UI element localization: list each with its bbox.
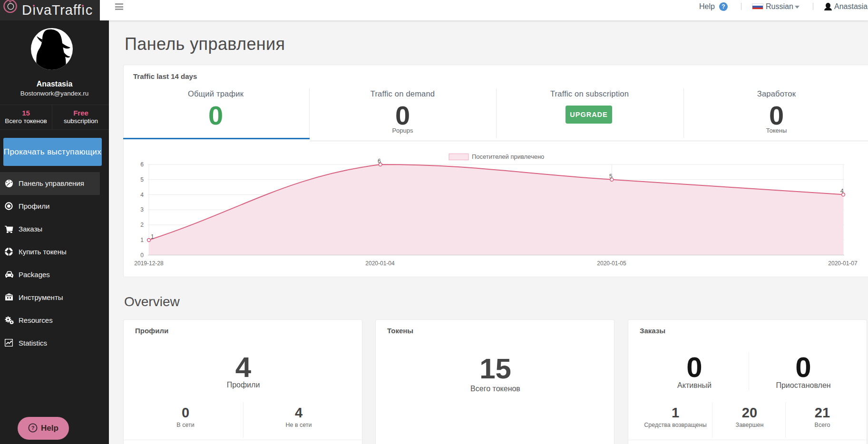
svg-text:0: 0 — [140, 252, 144, 259]
svg-text:2: 2 — [140, 222, 144, 228]
svg-text:5: 5 — [609, 173, 613, 180]
svg-text:2020-01-07: 2020-01-07 — [828, 260, 858, 267]
svg-text:6: 6 — [140, 161, 144, 168]
svg-text:1: 1 — [140, 237, 144, 243]
svg-text:2020-01-04: 2020-01-04 — [365, 260, 395, 267]
svg-text:5: 5 — [140, 176, 144, 183]
svg-text:2020-01-05: 2020-01-05 — [597, 260, 626, 267]
svg-text:1: 1 — [151, 233, 154, 240]
svg-text:Посетителей привлечено: Посетителей привлечено — [472, 153, 544, 160]
svg-text:3: 3 — [140, 206, 144, 213]
svg-text:4: 4 — [140, 192, 144, 198]
svg-text:2019-12-28: 2019-12-28 — [134, 260, 164, 267]
svg-text:6: 6 — [378, 158, 381, 164]
svg-text:?: ? — [31, 425, 35, 431]
svg-text:4: 4 — [840, 188, 844, 194]
